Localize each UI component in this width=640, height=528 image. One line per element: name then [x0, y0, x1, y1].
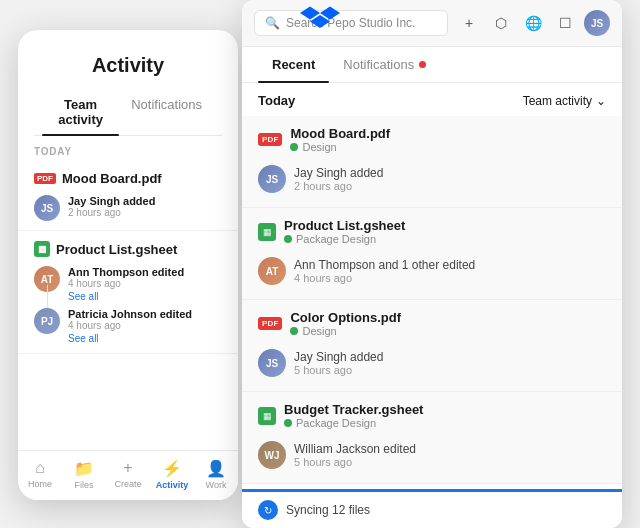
activity-time-patricia: 4 hours ago — [68, 320, 222, 331]
mobile-file-item-productlist: Product List.gsheet AT Ann Thompson edit… — [18, 231, 238, 354]
mobile-content: PDF Mood Board.pdf JS Jay Singh added 2 … — [18, 161, 238, 450]
nav-label-files: Files — [74, 480, 93, 490]
activity-user-ann: Ann Thompson edited — [68, 266, 222, 278]
mobile-file-item-moodboard: PDF Mood Board.pdf JS Jay Singh added 2 … — [18, 161, 238, 231]
activity-time-william-desktop: 5 hours ago — [294, 456, 416, 468]
add-icon[interactable]: + — [456, 10, 482, 36]
avatar-jay-mobile: JS — [34, 195, 60, 221]
sync-icon: ↻ — [258, 500, 278, 520]
see-all-ann[interactable]: See all — [68, 291, 222, 302]
avatar-ann-mobile: AT — [34, 266, 60, 292]
user-avatar-topbar[interactable]: JS — [584, 10, 610, 36]
file-name-coloroptions: Color Options.pdf — [290, 310, 400, 325]
mobile-activity-patricia: PJ Patricia Johnson edited 4 hours ago S… — [34, 305, 222, 347]
mobile-panel: Activity Team activity Notifications TOD… — [18, 30, 238, 500]
desktop-file-productlist: ▦ Product List.gsheet Package Design AT … — [242, 208, 622, 300]
notification-dot — [419, 61, 426, 68]
activity-time-ann-desktop: 4 hours ago — [294, 272, 475, 284]
activity-user-william-desktop: William Jackson edited — [294, 442, 416, 456]
activity-icon: ⚡ — [162, 459, 182, 478]
create-icon: + — [123, 459, 132, 477]
file-subfolder-moodboard: Design — [302, 141, 336, 153]
gsheet-icon-productlist: ▦ — [258, 223, 276, 241]
desktop-activity-jay-coloroptions: JS Jay Singh added 5 hours ago — [258, 345, 606, 381]
desktop-tab-notifications[interactable]: Notifications — [329, 47, 440, 82]
mobile-tabs: Team activity Notifications — [34, 89, 222, 136]
desktop-date-row: Today Team activity ⌄ — [242, 83, 622, 116]
home-icon: ⌂ — [35, 459, 45, 477]
desktop-activity-william-budgettracker: WJ William Jackson edited 5 hours ago — [258, 437, 606, 473]
desktop-date-label: Today — [258, 93, 295, 108]
desktop-activity-ann-productlist: AT Ann Thompson and 1 other edited 4 hou… — [258, 253, 606, 289]
desktop-topbar: 🔍 Search Pepo Studio Inc. + ⬡ 🌐 ☐ JS — [242, 0, 622, 47]
desktop-tabs: Recent Notifications — [242, 47, 622, 83]
status-dot-moodboard — [290, 143, 298, 151]
desktop-activity-jay-moodboard: JS Jay Singh added 2 hours ago — [258, 161, 606, 197]
mobile-nav-work[interactable]: 👤 Work — [194, 459, 238, 490]
mobile-tab-notifications[interactable]: Notifications — [119, 89, 214, 135]
mobile-title: Activity — [34, 54, 222, 77]
file-name-moodboard: Mood Board.pdf — [290, 126, 390, 141]
avatar-ann-desktop: AT — [258, 257, 286, 285]
filter-label: Team activity — [523, 94, 592, 108]
avatar-william-desktop: WJ — [258, 441, 286, 469]
activity-user-jay-coloroptions: Jay Singh added — [294, 350, 383, 364]
file-subfolder-productlist: Package Design — [296, 233, 376, 245]
search-box[interactable]: 🔍 Search Pepo Studio Inc. — [254, 10, 448, 36]
activity-time-jay-desktop: 2 hours ago — [294, 180, 383, 192]
activity-time-ann: 4 hours ago — [68, 278, 222, 289]
desktop-panel: 🔍 Search Pepo Studio Inc. + ⬡ 🌐 ☐ JS Rec… — [242, 0, 622, 528]
see-all-patricia[interactable]: See all — [68, 333, 222, 344]
layers-icon[interactable]: ⬡ — [488, 10, 514, 36]
desktop-file-moodboard: PDF Mood Board.pdf Design JS Jay Singh a… — [242, 116, 622, 208]
status-dot-productlist — [284, 235, 292, 243]
gsheet-icon-budgettracker: ▦ — [258, 407, 276, 425]
activity-time-jay: 2 hours ago — [68, 207, 222, 218]
file-subfolder-budgettracker: Package Design — [296, 417, 376, 429]
mobile-nav-home[interactable]: ⌂ Home — [18, 459, 62, 490]
work-icon: 👤 — [206, 459, 226, 478]
mobile-file-name-moodboard: PDF Mood Board.pdf — [34, 171, 222, 186]
pdf-icon-moodboard: PDF — [258, 133, 282, 146]
mobile-tab-team-activity[interactable]: Team activity — [42, 89, 119, 135]
sync-text: Syncing 12 files — [286, 503, 370, 517]
activity-user-patricia: Patricia Johnson edited — [68, 308, 222, 320]
topbar-icons: + ⬡ 🌐 ☐ JS — [456, 10, 610, 36]
desktop-file-header-coloroptions: PDF Color Options.pdf Design — [258, 310, 606, 337]
window-icon[interactable]: ☐ — [552, 10, 578, 36]
nav-label-activity: Activity — [156, 480, 189, 490]
mobile-section-today: TODAY — [18, 136, 238, 161]
avatar-jay-desktop: JS — [258, 165, 286, 193]
desktop-filter[interactable]: Team activity ⌄ — [523, 94, 606, 108]
mobile-bottom-nav: ⌂ Home 📁 Files + Create ⚡ Activity 👤 Wor… — [18, 450, 238, 500]
status-dot-budgettracker — [284, 419, 292, 427]
avatar-jay-coloroptions: JS — [258, 349, 286, 377]
activity-user-ann-desktop: Ann Thompson and 1 other edited — [294, 258, 475, 272]
mobile-activity-jay: JS Jay Singh added 2 hours ago — [34, 192, 222, 224]
file-name-productlist: Product List.gsheet — [284, 218, 405, 233]
mobile-file-name-productlist: Product List.gsheet — [34, 241, 222, 257]
dropbox-bird-logo — [300, 0, 340, 35]
status-dot-coloroptions — [290, 327, 298, 335]
activity-user-jay: Jay Singh added — [68, 195, 222, 207]
desktop-file-coloroptions: PDF Color Options.pdf Design JS Jay Sing… — [242, 300, 622, 392]
nav-label-work: Work — [206, 480, 227, 490]
file-name-budgettracker: Budget Tracker.gsheet — [284, 402, 423, 417]
mobile-nav-create[interactable]: + Create — [106, 459, 150, 490]
desktop-content: Today Team activity ⌄ PDF Mood Board.pdf… — [242, 83, 622, 489]
mobile-header: Activity Team activity Notifications — [18, 30, 238, 136]
desktop-file-budgettracker: ▦ Budget Tracker.gsheet Package Design W… — [242, 392, 622, 484]
files-icon: 📁 — [74, 459, 94, 478]
globe-icon[interactable]: 🌐 — [520, 10, 546, 36]
mobile-activity-ann: AT Ann Thompson edited 4 hours ago See a… — [34, 263, 222, 305]
mobile-nav-files[interactable]: 📁 Files — [62, 459, 106, 490]
desktop-status-bar: ↻ Syncing 12 files — [242, 489, 622, 528]
desktop-file-header-budgettracker: ▦ Budget Tracker.gsheet Package Design — [258, 402, 606, 429]
avatar-patricia-mobile: PJ — [34, 308, 60, 334]
mobile-nav-activity[interactable]: ⚡ Activity — [150, 459, 194, 490]
gsheet-badge — [34, 241, 50, 257]
search-icon: 🔍 — [265, 16, 280, 30]
desktop-tab-recent[interactable]: Recent — [258, 47, 329, 82]
pdf-badge: PDF — [34, 173, 56, 184]
activity-time-jay-coloroptions: 5 hours ago — [294, 364, 383, 376]
